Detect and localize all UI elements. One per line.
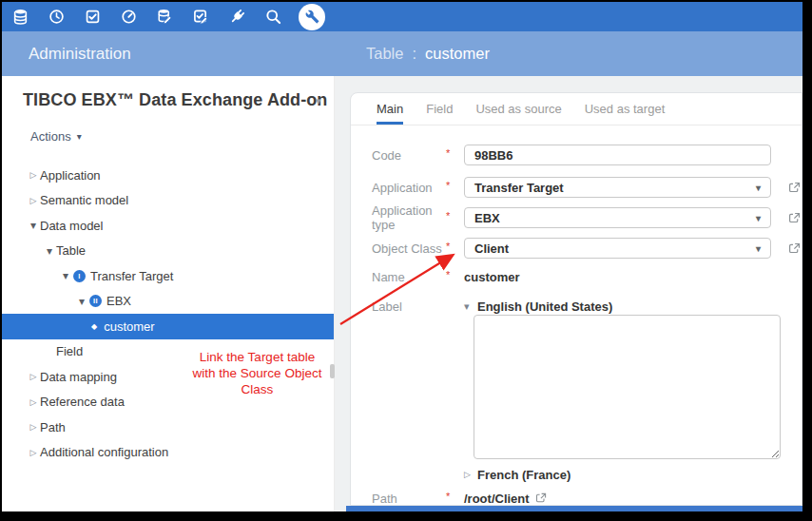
database-icon[interactable] <box>12 9 29 25</box>
label-label: Label <box>372 299 446 314</box>
application-select[interactable]: Transfer Target <box>464 177 771 198</box>
form-row-application-type: Application type * EBX <box>372 207 801 228</box>
record-card: Main Field Used as source Used as target… <box>350 92 802 506</box>
tree-item-label: Table <box>56 243 86 258</box>
tree-item-label: Transfer Target <box>90 269 173 283</box>
tree-item-label: Semantic model <box>40 193 128 207</box>
level-2-badge: II <box>89 295 102 307</box>
chevron-right-icon[interactable] <box>27 397 40 407</box>
chevron-expanded-icon[interactable] <box>27 219 40 232</box>
chevron-down-icon <box>756 213 761 223</box>
object-class-select[interactable]: Client <box>464 238 771 259</box>
required-asterisk: * <box>446 147 464 159</box>
breadcrumb: Table : customer <box>366 31 490 76</box>
chevron-expanded-icon[interactable] <box>75 295 88 308</box>
annotation-line: with the Source Object <box>179 365 336 381</box>
open-path-link[interactable] <box>535 492 547 504</box>
chevron-expanded-icon[interactable] <box>43 244 56 258</box>
application-type-label: Application type <box>372 203 446 232</box>
tree-item-table[interactable]: Table <box>2 239 334 264</box>
level-1-badge: I <box>73 270 86 282</box>
addon-title: TIBCO EBX™ Data Exchange Add-on <box>23 90 327 110</box>
clock-icon[interactable] <box>48 9 65 25</box>
diamond-icon <box>91 322 97 331</box>
tree-item-label: Path <box>40 420 66 434</box>
chevron-right-icon[interactable] <box>27 372 40 381</box>
object-class-value: Client <box>474 241 509 256</box>
wrench-icon-active[interactable] <box>299 4 325 30</box>
chevron-right-icon[interactable] <box>27 196 40 205</box>
database-edit-icon[interactable] <box>157 9 173 25</box>
locale-french-toggle[interactable]: French (France) <box>464 464 570 485</box>
chevron-right-icon[interactable] <box>27 170 40 180</box>
application-type-select[interactable]: EBX <box>464 207 771 228</box>
navigation-tree: Application Semantic model Data model Ta… <box>2 163 334 465</box>
tree-item-label: Data model <box>40 219 103 233</box>
entity-name: customer <box>425 45 490 63</box>
content-area: TIBCO EBX™ Data Exchange Add-on Actions … <box>2 76 802 511</box>
required-asterisk: * <box>446 269 464 280</box>
form-row-label: Label <box>372 296 446 317</box>
chevron-down-icon <box>756 243 761 254</box>
page-title: Administration <box>29 31 131 76</box>
tree-item-customer-selected[interactable]: customer <box>2 314 334 339</box>
object-class-label: Object Class <box>372 241 446 256</box>
code-label: Code <box>372 148 446 163</box>
tree-item-semantic-model[interactable]: Semantic model <box>2 188 334 214</box>
open-object-class-link[interactable] <box>788 242 801 255</box>
tab-used-as-source[interactable]: Used as source <box>475 93 561 125</box>
entity-type-label: Table <box>366 45 403 63</box>
chevron-right-icon[interactable] <box>27 448 40 457</box>
gauge-icon[interactable] <box>121 9 137 25</box>
application-type-value: EBX <box>474 211 500 225</box>
tree-item-data-model[interactable]: Data model <box>2 213 334 239</box>
actions-label: Actions <box>30 129 71 144</box>
top-toolbar <box>2 2 802 31</box>
task-check-icon[interactable] <box>85 9 101 25</box>
tree-item-label: customer <box>104 319 154 334</box>
tab-used-as-target[interactable]: Used as target <box>585 93 666 125</box>
plug-icon[interactable] <box>229 9 245 25</box>
tree-item-additional-configuration[interactable]: Additional configuration <box>2 440 334 466</box>
search-icon[interactable] <box>265 9 281 25</box>
label-english-textarea[interactable] <box>474 315 781 459</box>
tab-main[interactable]: Main <box>377 93 403 125</box>
tree-item-label: Data mapping <box>40 370 117 384</box>
required-asterisk: * <box>446 491 464 502</box>
locale-english-toggle[interactable]: English (United States) <box>464 296 612 317</box>
code-input[interactable] <box>464 145 771 165</box>
required-asterisk: * <box>446 180 464 191</box>
annotation-text: Link the Target table with the Source Ob… <box>179 349 336 397</box>
form-row-code: Code * <box>372 145 771 165</box>
required-asterisk: * <box>446 241 464 252</box>
sidebar: TIBCO EBX™ Data Exchange Add-on Actions … <box>2 76 335 511</box>
tree-item-application[interactable]: Application <box>2 163 334 188</box>
tree-item-label: Reference data <box>40 395 125 409</box>
locale-french-label: French (France) <box>477 468 570 482</box>
chevron-expanded-icon[interactable] <box>59 269 72 282</box>
tab-field[interactable]: Field <box>426 93 453 125</box>
tree-item-path[interactable]: Path <box>2 415 334 440</box>
form-row-application: Application * Transfer Target <box>372 177 801 198</box>
chevron-down-icon[interactable] <box>316 95 321 107</box>
path-value: /root/Client <box>464 492 530 506</box>
application-value: Transfer Target <box>474 181 564 195</box>
tree-item-label: Application <box>40 168 101 183</box>
open-application-link[interactable] <box>788 182 801 194</box>
tree-item-ebx[interactable]: II EBX <box>2 289 334 315</box>
checklist-edit-icon[interactable] <box>193 9 209 25</box>
breadcrumb-separator: : <box>412 45 416 63</box>
form-row-name: Name * customer <box>372 266 520 287</box>
chevron-right-icon[interactable] <box>27 422 40 432</box>
tree-item-label: Field <box>56 344 83 358</box>
name-value: customer <box>464 270 520 284</box>
locale-english-label: English (United States) <box>477 299 612 314</box>
page-header: Administration Table : customer <box>2 31 802 76</box>
annotation-line: Link the Target table <box>179 349 336 365</box>
tree-item-transfer-target[interactable]: I Transfer Target <box>2 263 334 289</box>
bottom-toolbar-strip <box>346 506 802 511</box>
open-application-type-link[interactable] <box>788 212 801 224</box>
chevron-right-icon <box>464 470 475 479</box>
actions-menu-button[interactable]: Actions <box>30 129 82 144</box>
form-row-object-class: Object Class * Client <box>372 238 801 259</box>
